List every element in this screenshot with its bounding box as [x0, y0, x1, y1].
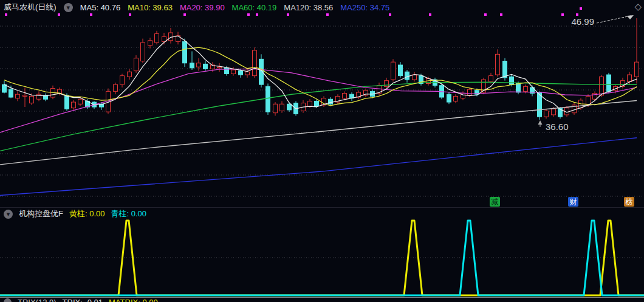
signal-dot	[5, 13, 7, 16]
matrix-value: MATRIX: 0.00	[109, 298, 158, 302]
signal-dot	[287, 13, 289, 16]
signal-dot	[500, 13, 502, 16]
stock-title: 威马农机(日线)	[4, 2, 57, 13]
ma5-label: MA5: 40.76	[80, 3, 121, 12]
trix-value: TRIX: -0.01	[63, 298, 103, 302]
trix-name: TRIX(12,9)	[18, 298, 57, 302]
trix-header: TRIX(12,9) TRIX: -0.01 MATRIX: 0.00	[4, 298, 158, 302]
svg-text:36.60: 36.60	[546, 122, 569, 132]
ma20-label: MA20: 39.90	[180, 3, 225, 12]
main-chart-header: 威马农机(日线) ▾ MA5: 40.76 MA10: 39.63 MA20: …	[4, 2, 389, 13]
signal-dot	[429, 13, 431, 16]
svg-text:46.99: 46.99	[571, 16, 594, 27]
yellow-column-label: 黄柱: 0.00	[69, 208, 105, 219]
signal-dot	[389, 13, 391, 16]
panel-divider	[0, 207, 644, 208]
signal-dot	[183, 13, 186, 16]
chevron-down-icon[interactable]: ▾	[4, 210, 13, 219]
signal-dot	[90, 13, 92, 16]
signal-dot	[247, 13, 250, 16]
signal-dot	[484, 13, 487, 16]
signal-dot	[256, 13, 258, 16]
signal-dot	[129, 13, 131, 16]
ma250-label: MA250: 34.75	[340, 3, 389, 12]
signal-dot	[561, 13, 564, 16]
stock-chart-app: 威马农机(日线) ▾ MA5: 40.76 MA10: 39.63 MA20: …	[0, 0, 644, 302]
signal-dot	[326, 13, 329, 16]
indicator-header: ▾ 机构控盘优F 黄柱: 0.00 青柱: 0.00	[4, 208, 146, 219]
signal-dot	[58, 13, 60, 16]
diamond-marker-icon[interactable]: ◇	[634, 1, 642, 12]
signal-dot	[576, 13, 578, 16]
candlestick-chart: 46.9936.60	[0, 0, 644, 208]
collapse-circle-icon[interactable]	[4, 298, 12, 302]
chevron-down-icon[interactable]: ▾	[64, 3, 73, 12]
ma10-label: MA10: 39.63	[128, 3, 173, 12]
ma60-label: MA60: 40.19	[232, 3, 277, 12]
event-badge[interactable]: 财	[568, 197, 578, 207]
event-badge[interactable]: 减	[490, 197, 500, 207]
ma120-label: MA120: 38.56	[284, 3, 333, 12]
cyan-column-label: 青柱: 0.00	[111, 208, 146, 219]
event-badge[interactable]: 榜	[624, 197, 634, 207]
indicator-chart	[0, 219, 644, 297]
indicator-name: 机构控盘优F	[19, 208, 63, 219]
signal-dot	[580, 7, 582, 10]
